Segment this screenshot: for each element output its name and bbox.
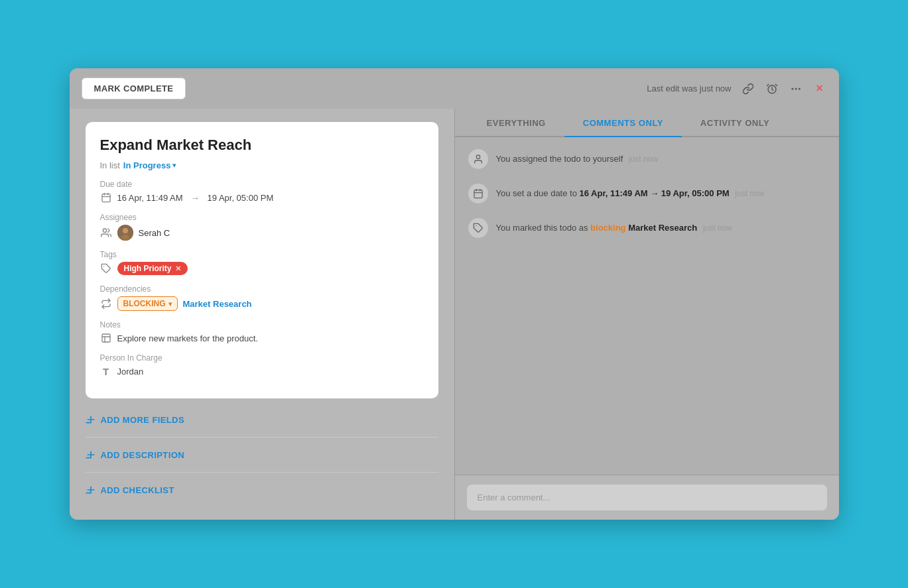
add-checklist-button[interactable]: ADD CHECKLIST	[86, 479, 174, 500]
notes-field: Notes Explore new markets for the produc…	[100, 320, 424, 344]
alarm-icon[interactable]	[765, 82, 779, 96]
activity-time-1: just now	[629, 154, 658, 164]
dependencies-content: BLOCKING ▾ Market Research	[100, 296, 424, 311]
blocking-label: BLOCKING	[123, 299, 166, 308]
activity-time-2: just now	[735, 189, 764, 198]
assignees-content: Serah C	[100, 225, 424, 241]
header-right: Last edit was just now ×	[647, 82, 826, 96]
add-more-fields-label: ADD MORE FIELDS	[101, 415, 184, 425]
comment-input-area	[455, 475, 839, 520]
assignee-name: Serah C	[139, 228, 170, 238]
tag-icon	[100, 263, 112, 274]
assignees-field: Assignees Serah C	[100, 213, 424, 241]
right-panel: EVERYTHING COMMENTS ONLY ACTIVITY ONLY Y…	[454, 109, 839, 520]
svg-rect-13	[102, 334, 110, 342]
due-date-content: 16 Apr, 11:49 AM → 19 Apr, 05:00 PM	[100, 192, 424, 204]
svg-point-1	[791, 88, 793, 89]
tabs-bar: EVERYTHING COMMENTS ONLY ACTIVITY ONLY	[455, 109, 839, 137]
tag-badge: High Priority ✕	[117, 262, 188, 275]
svg-rect-4	[102, 194, 110, 202]
notes-icon	[100, 332, 112, 344]
tab-comments-only[interactable]: COMMENTS ONLY	[564, 109, 682, 137]
tag-value: High Priority	[124, 264, 172, 273]
activity-item: You assigned the todo to yourself just n…	[468, 149, 826, 169]
assignees-label: Assignees	[100, 213, 424, 222]
avatar	[117, 225, 133, 241]
activity-tag-icon	[468, 218, 488, 238]
add-description-label: ADD DESCRIPTION	[101, 450, 184, 460]
activity-text-content-1: You assigned the todo to yourself	[496, 154, 623, 164]
notes-content: Explore new markets for the product.	[100, 332, 424, 344]
activity-item: You marked this todo as blocking Market …	[468, 218, 826, 238]
due-date-label: Due date	[100, 180, 424, 189]
pic-label: Person In Charge	[100, 353, 424, 363]
activity-feed: You assigned the todo to yourself just n…	[455, 137, 839, 475]
calendar-icon	[100, 192, 112, 204]
pic-name: Jordan	[117, 367, 144, 377]
svg-rect-26	[474, 190, 482, 198]
tag-remove-button[interactable]: ✕	[175, 265, 181, 273]
mark-complete-button[interactable]: MARK COMPLETE	[82, 78, 186, 99]
dependencies-label: Dependencies	[100, 284, 424, 294]
in-list-label: In list	[100, 160, 120, 170]
divider-2	[86, 472, 438, 473]
add-more-fields-button[interactable]: ADD MORE FIELDS	[86, 409, 184, 430]
activity-item: You set a due date to 16 Apr, 11:49 AM →…	[468, 184, 826, 204]
link-icon[interactable]	[741, 82, 755, 96]
activity-market-research: Market Research	[628, 223, 697, 233]
blocking-badge: BLOCKING ▾	[117, 296, 178, 311]
dependencies-field: Dependencies BLOCKING ▾ Market Research	[100, 284, 424, 311]
tab-activity-only[interactable]: ACTIVITY ONLY	[682, 109, 788, 137]
close-button[interactable]: ×	[812, 82, 827, 96]
notes-label: Notes	[100, 320, 424, 329]
activity-time-3: just now	[703, 223, 732, 233]
activity-date-highlight: 16 Apr, 11:49 AM → 19 Apr, 05:00 PM	[580, 188, 730, 198]
left-panel: Expand Market Reach In list In Progress …	[70, 109, 454, 520]
activity-text-2: You set a due date to 16 Apr, 11:49 AM →…	[496, 184, 765, 200]
pic-content: T Jordan	[100, 365, 424, 377]
assignees-icon	[100, 227, 112, 239]
task-card: Expand Market Reach In list In Progress …	[86, 122, 438, 398]
comment-input[interactable]	[467, 485, 827, 510]
blocking-chevron-icon[interactable]: ▾	[168, 300, 172, 308]
pic-icon: T	[100, 365, 112, 377]
svg-point-25	[476, 155, 480, 158]
activity-text-1: You assigned the todo to yourself just n…	[496, 149, 658, 166]
due-date-end: 19 Apr, 05:00 PM	[208, 193, 274, 203]
svg-point-8	[103, 229, 106, 232]
add-checklist-label: ADD CHECKLIST	[101, 485, 174, 495]
due-date-start: 16 Apr, 11:49 AM	[117, 193, 183, 203]
pic-field: Person In Charge T Jordan	[100, 353, 424, 377]
in-list-value[interactable]: In Progress	[123, 160, 171, 170]
svg-point-2	[795, 88, 797, 89]
last-edit-text: Last edit was just now	[647, 84, 731, 93]
tags-content: High Priority ✕	[100, 262, 424, 275]
due-date-field: Due date 16 Apr, 11:49 AM → 19 Apr, 05:0…	[100, 180, 424, 204]
activity-person-icon	[468, 149, 488, 169]
modal-container: MARK COMPLETE Last edit was just now × E…	[70, 68, 839, 520]
svg-point-10	[123, 228, 128, 233]
tags-label: Tags	[100, 250, 424, 259]
dependencies-icon	[100, 298, 112, 310]
due-date-arrow: →	[191, 193, 200, 203]
activity-calendar-icon	[468, 184, 488, 204]
divider-1	[86, 437, 438, 438]
in-list-chevron-icon[interactable]: ▾	[172, 161, 176, 170]
more-options-icon[interactable]	[789, 82, 803, 96]
add-description-button[interactable]: ADD DESCRIPTION	[86, 444, 184, 465]
in-list-row: In list In Progress ▾	[100, 160, 424, 170]
activity-text-3: You marked this todo as blocking Market …	[496, 218, 732, 235]
notes-value: Explore new markets for the product.	[117, 333, 258, 343]
tags-field: Tags High Priority ✕	[100, 250, 424, 275]
dependency-link[interactable]: Market Research	[183, 299, 252, 309]
task-title: Expand Market Reach	[100, 137, 424, 154]
modal-body: Expand Market Reach In list In Progress …	[70, 109, 839, 520]
tab-everything[interactable]: EVERYTHING	[468, 109, 564, 137]
modal-header: MARK COMPLETE Last edit was just now ×	[70, 68, 839, 109]
activity-blocking-text: blocking	[590, 223, 625, 233]
svg-point-11	[121, 235, 129, 240]
svg-point-3	[798, 88, 800, 89]
